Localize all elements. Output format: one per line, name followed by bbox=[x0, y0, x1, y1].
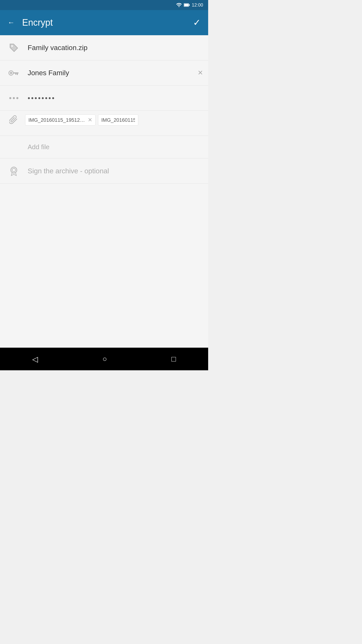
app-bar: ← Encrypt ✓ bbox=[0, 10, 208, 35]
svg-rect-2 bbox=[184, 4, 188, 6]
sign-text: Sign the archive - optional bbox=[28, 167, 203, 175]
archive-name-text: Family vacation.zip bbox=[28, 44, 203, 52]
status-time: 12:00 bbox=[192, 3, 203, 8]
svg-rect-3 bbox=[189, 4, 190, 6]
recipient-content: Jones Family bbox=[23, 65, 193, 81]
back-button[interactable]: ← bbox=[5, 16, 17, 29]
sign-row[interactable]: Sign the archive - optional bbox=[0, 158, 208, 184]
file-chip-1-close[interactable]: ✕ bbox=[88, 117, 92, 123]
svg-point-14 bbox=[12, 168, 16, 172]
password-row[interactable]: •••••••• bbox=[0, 86, 208, 111]
key-icon bbox=[5, 69, 23, 76]
svg-point-0 bbox=[178, 6, 179, 7]
recipient-clear-button[interactable]: ✕ bbox=[193, 66, 208, 79]
svg-point-4 bbox=[11, 45, 13, 47]
recipient-row[interactable]: Jones Family ✕ bbox=[0, 60, 208, 86]
content-area: Family vacation.zip Jones Family ✕ bbox=[0, 35, 208, 348]
file-chip-2-name: IMG_20160115 bbox=[101, 117, 135, 123]
nav-home-button[interactable]: ○ bbox=[92, 351, 117, 367]
svg-point-10 bbox=[9, 97, 11, 99]
files-row: IMG_20160115_195125.jpg ✕ IMG_20160115 bbox=[0, 111, 208, 136]
recipient-text: Jones Family bbox=[28, 69, 188, 77]
password-content: •••••••• bbox=[23, 90, 208, 106]
confirm-button[interactable]: ✓ bbox=[191, 15, 203, 30]
svg-point-11 bbox=[13, 97, 15, 99]
nav-back-button[interactable]: ◁ bbox=[22, 351, 48, 367]
files-content: IMG_20160115_195125.jpg ✕ IMG_20160115 bbox=[23, 114, 208, 126]
archive-icon bbox=[5, 43, 23, 53]
add-file-row[interactable]: Add file bbox=[0, 136, 208, 158]
archive-name-row: Family vacation.zip bbox=[0, 35, 208, 60]
bottom-nav: ◁ ○ □ bbox=[0, 348, 208, 370]
certificate-icon bbox=[5, 166, 23, 177]
svg-rect-9 bbox=[15, 73, 16, 75]
wifi-icon bbox=[176, 3, 182, 7]
file-chip-1-name: IMG_20160115_195125.jpg bbox=[28, 117, 85, 123]
file-chip-1: IMG_20160115_195125.jpg ✕ bbox=[25, 114, 96, 126]
password-icon bbox=[5, 96, 23, 100]
add-file-label[interactable]: Add file bbox=[23, 138, 55, 156]
svg-point-12 bbox=[16, 97, 18, 99]
password-dots: •••••••• bbox=[28, 94, 203, 102]
app-title: Encrypt bbox=[22, 17, 186, 28]
nav-menu-button[interactable]: □ bbox=[161, 351, 186, 367]
svg-point-13 bbox=[11, 167, 17, 173]
file-chip-2: IMG_20160115 bbox=[98, 114, 138, 126]
status-bar: 12:00 bbox=[0, 0, 208, 10]
sign-content: Sign the archive - optional bbox=[23, 163, 208, 179]
attachment-icon bbox=[5, 114, 23, 126]
battery-icon bbox=[184, 3, 190, 7]
svg-point-6 bbox=[10, 72, 12, 74]
svg-rect-7 bbox=[13, 72, 19, 73]
status-icons: 12:00 bbox=[176, 3, 203, 8]
svg-rect-8 bbox=[17, 73, 18, 75]
archive-name-content: Family vacation.zip bbox=[23, 40, 208, 56]
